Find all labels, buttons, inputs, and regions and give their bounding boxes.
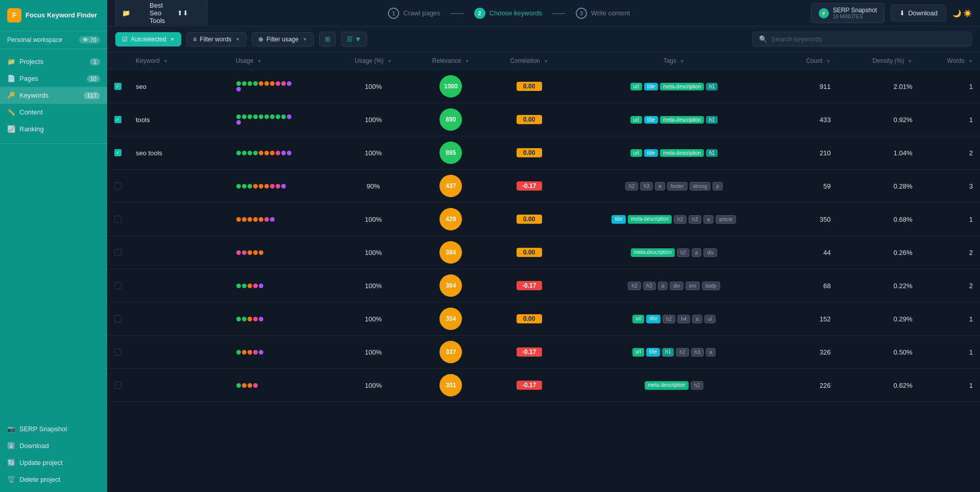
tags-cell: urltitleh1h2h3a [569,336,779,369]
autoselected-button[interactable]: ☑ Autoselected ▼ [115,32,181,46]
sidebar-item-delete-project[interactable]: 🗑️ Delete project [0,471,107,488]
usage-dot [248,383,252,388]
keyword-cell: seo tools [129,136,229,170]
tag-a: a [658,282,668,290]
row-checkbox-cell[interactable] [107,170,129,203]
usage-dot [253,250,258,255]
tag-a: a [692,315,702,323]
usage-dot [248,184,252,189]
keyword-cell [129,170,229,203]
row-checkbox-cell[interactable]: ✓ [107,103,129,136]
keywords-label: Keywords [19,91,48,99]
sidebar-item-download[interactable]: ⬇️ Download [0,437,107,454]
relevance-cell: 890 [412,103,489,136]
usage-dot [236,217,241,222]
serp-snapshot-button[interactable]: ⚡ SERP Snapshot 16 MINUTES [811,3,885,23]
sidebar-item-projects[interactable]: 📁 Projects 1 [0,53,107,70]
usage-dot [253,317,258,321]
correlation-badge: 0.00 [517,314,542,323]
col-checkbox[interactable] [107,52,129,70]
sidebar-item-serp-snapshot[interactable]: 📷 SERP Snapshot [0,420,107,437]
tag-title: title [646,348,660,357]
count-sort-icon: ▼ [826,59,831,64]
sidebar-item-keywords[interactable]: 🔑 Keywords 117 [0,87,107,104]
correlation-cell: 0.00 [489,70,569,103]
row-checkbox-cell[interactable]: ✓ [107,136,129,170]
usage-dot [236,120,241,125]
usage-dot [276,184,280,189]
table-row: ✓seo100%10000.00urltitlemeta-description… [107,70,980,103]
col-correlation[interactable]: Correlation ▼ [489,52,569,70]
row-checkbox-cell[interactable] [107,302,129,336]
step-write[interactable]: 3 Write content [568,5,638,22]
density-cell: 0.50% [838,336,920,369]
count-cell: 68 [779,269,838,302]
usage-dots-cell [229,302,335,336]
col-keyword[interactable]: Keyword ▼ [129,52,229,70]
table-row: 90%437-0.17h2h3afooterstrongp590.28%3 [107,170,980,203]
sidebar-item-content[interactable]: ✏️ Content [0,104,107,121]
usage-dot [248,317,252,321]
sidebar-item-ranking[interactable]: 📈 Ranking [0,121,107,137]
sidebar-item-update-project[interactable]: 🔄 Update project [0,454,107,471]
col-tags[interactable]: Tags ▼ [569,52,779,70]
tag-h1: h1 [706,116,718,124]
col-density[interactable]: Density (%) ▼ [838,52,920,70]
step-choose[interactable]: 2 Choose keywords [466,5,550,22]
checkbox-checked[interactable]: ✓ [114,149,121,156]
col-relevance[interactable]: Relevance ▼ [412,52,489,70]
checkbox-unchecked[interactable] [114,315,121,322]
checkbox-unchecked[interactable] [114,348,121,356]
row-checkbox-cell[interactable] [107,336,129,369]
list-icon: ☰ [347,35,353,43]
row-checkbox-cell[interactable] [107,236,129,269]
row-checkbox-cell[interactable] [107,203,129,236]
col-usage-pct[interactable]: Usage (%) ▼ [334,52,412,70]
words-cell: 1 [919,203,980,236]
usage-dot [270,81,275,86]
density-cell: 0.92% [838,103,920,136]
checkbox-unchecked[interactable] [114,249,121,256]
filter-usage-button[interactable]: ⊕ Filter usage ▼ [252,32,314,46]
keyword-cell [129,369,229,402]
col-usage[interactable]: Usage ▼ [229,52,335,70]
checkbox-checked[interactable]: ✓ [114,116,121,123]
search-input[interactable] [771,35,965,43]
count-cell: 44 [779,236,838,269]
col-count[interactable]: Count ▼ [779,52,838,70]
row-checkbox-cell[interactable] [107,269,129,302]
filter-usage-icon: ⊕ [258,36,263,43]
project-selector[interactable]: 📁 Best Seo Tools ⬆⬇ [115,0,207,28]
checkbox-unchecked[interactable] [114,282,121,289]
table-row: 100%4290.00titlemeta-descriptionh2h3aart… [107,203,980,236]
view-list-button[interactable]: ☰ ▼ [341,32,367,46]
usage-dot [281,151,286,155]
row-checkbox-cell[interactable]: ✓ [107,70,129,103]
step-crawl[interactable]: 1 Crawl pages [380,5,448,22]
col-words[interactable]: Words ▼ [919,52,980,70]
toolbar: ☑ Autoselected ▼ ≡ Filter words ▼ ⊕ Filt… [107,27,980,52]
tags-cell: h2h3afooterstrongp [569,170,779,203]
search-box[interactable]: 🔍 [752,32,972,46]
view-grid-button[interactable]: ⊞ [319,32,336,46]
words-cell: 1 [919,103,980,136]
usage-pct-sort-icon: ▼ [387,59,392,64]
usage-dot [287,114,291,119]
checkbox-unchecked[interactable] [114,216,121,223]
row-checkbox-cell[interactable] [107,369,129,402]
checkbox-unchecked[interactable] [114,382,121,389]
tag-meta-description: meta-description [645,381,689,390]
filter-words-button[interactable]: ≡ Filter words ▼ [186,32,247,46]
relevance-badge: 337 [439,341,462,363]
sidebar-item-pages[interactable]: 📄 Pages 10 [0,70,107,87]
app-title: Focus Keyword Finder [26,11,97,19]
theme-toggle[interactable]: 🌙 ☀️ [952,9,972,17]
checkbox-checked[interactable]: ✓ [114,83,121,90]
usage-dot [236,151,241,155]
usage-dots-cell [229,236,335,269]
checkbox-unchecked[interactable] [114,182,121,190]
words-cell: 1 [919,369,980,402]
usage-dot [242,250,247,255]
topbar-download-button[interactable]: ⬇ Download [891,5,946,21]
serp-snapshot-icon: 📷 [7,425,15,433]
